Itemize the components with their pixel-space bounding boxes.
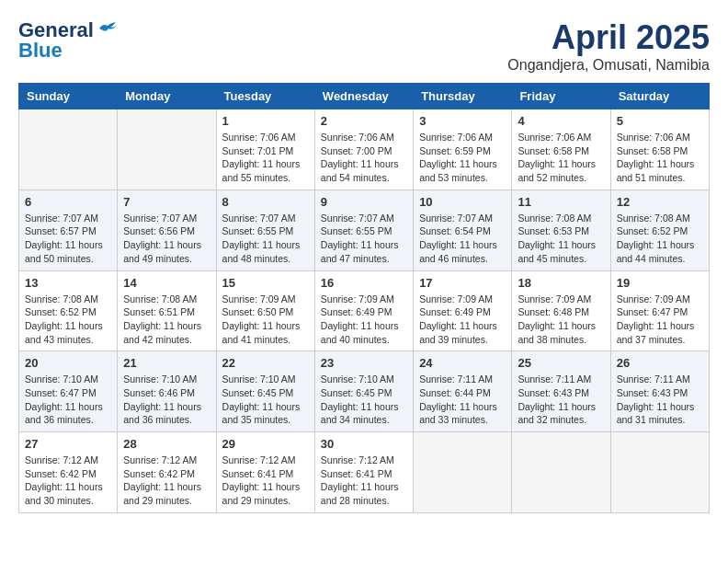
day-info: Sunrise: 7:06 AMSunset: 6:58 PMDaylight:…	[518, 131, 604, 185]
weekday-header-thursday: Thursday	[414, 84, 512, 109]
calendar-cell: 19Sunrise: 7:09 AMSunset: 6:47 PMDayligh…	[610, 270, 709, 351]
day-info: Sunrise: 7:06 AMSunset: 7:01 PMDaylight:…	[222, 131, 309, 185]
day-info: Sunrise: 7:11 AMSunset: 6:44 PMDaylight:…	[419, 373, 506, 427]
day-number: 14	[123, 276, 210, 290]
calendar-cell: 20Sunrise: 7:10 AMSunset: 6:47 PMDayligh…	[19, 351, 118, 432]
day-info: Sunrise: 7:10 AMSunset: 6:45 PMDaylight:…	[222, 373, 309, 427]
day-info: Sunrise: 7:12 AMSunset: 6:42 PMDaylight:…	[25, 454, 111, 508]
day-info: Sunrise: 7:08 AMSunset: 6:52 PMDaylight:…	[617, 212, 703, 266]
day-number: 22	[222, 356, 309, 370]
calendar-cell: 9Sunrise: 7:07 AMSunset: 6:55 PMDaylight…	[314, 190, 413, 270]
day-info: Sunrise: 7:10 AMSunset: 6:47 PMDaylight:…	[25, 373, 111, 427]
weekday-header-wednesday: Wednesday	[314, 84, 413, 109]
calendar-cell: 27Sunrise: 7:12 AMSunset: 6:42 PMDayligh…	[19, 432, 118, 513]
weekday-header-sunday: Sunday	[19, 84, 118, 109]
weekday-header-monday: Monday	[118, 84, 216, 109]
day-number: 2	[321, 114, 407, 128]
calendar-cell: 12Sunrise: 7:08 AMSunset: 6:52 PMDayligh…	[610, 190, 709, 270]
calendar-cell: 11Sunrise: 7:08 AMSunset: 6:53 PMDayligh…	[512, 190, 610, 270]
calendar-cell: 14Sunrise: 7:08 AMSunset: 6:51 PMDayligh…	[118, 270, 216, 351]
calendar-cell: 17Sunrise: 7:09 AMSunset: 6:49 PMDayligh…	[414, 270, 512, 351]
day-number: 13	[25, 276, 111, 290]
calendar-cell: 4Sunrise: 7:06 AMSunset: 6:58 PMDaylight…	[512, 109, 610, 190]
day-number: 17	[419, 276, 506, 290]
title-area: April 2025 Ongandjera, Omusati, Namibia	[507, 18, 710, 74]
calendar-cell: 6Sunrise: 7:07 AMSunset: 6:57 PMDaylight…	[19, 190, 118, 270]
day-number: 10	[419, 195, 506, 209]
calendar-week-row: 13Sunrise: 7:08 AMSunset: 6:52 PMDayligh…	[19, 270, 710, 351]
calendar-cell: 10Sunrise: 7:07 AMSunset: 6:54 PMDayligh…	[414, 190, 512, 270]
day-info: Sunrise: 7:09 AMSunset: 6:49 PMDaylight:…	[419, 293, 506, 347]
weekday-header-tuesday: Tuesday	[216, 84, 314, 109]
day-info: Sunrise: 7:06 AMSunset: 6:58 PMDaylight:…	[617, 131, 703, 185]
logo-bird-icon	[97, 21, 118, 36]
day-info: Sunrise: 7:07 AMSunset: 6:55 PMDaylight:…	[321, 212, 407, 266]
day-number: 24	[419, 356, 506, 370]
calendar-cell: 18Sunrise: 7:09 AMSunset: 6:48 PMDayligh…	[512, 270, 610, 351]
calendar-cell: 24Sunrise: 7:11 AMSunset: 6:44 PMDayligh…	[414, 351, 512, 432]
day-number: 12	[617, 195, 703, 209]
logo: General Blue	[18, 18, 118, 63]
calendar-cell	[414, 432, 512, 513]
day-number: 21	[123, 356, 210, 370]
month-title: April 2025	[507, 18, 710, 57]
calendar-cell: 28Sunrise: 7:12 AMSunset: 6:42 PMDayligh…	[118, 432, 216, 513]
day-info: Sunrise: 7:09 AMSunset: 6:50 PMDaylight:…	[222, 293, 309, 347]
day-number: 5	[617, 114, 703, 128]
calendar-cell: 2Sunrise: 7:06 AMSunset: 7:00 PMDaylight…	[314, 109, 413, 190]
calendar-cell: 23Sunrise: 7:10 AMSunset: 6:45 PMDayligh…	[314, 351, 413, 432]
calendar-cell: 5Sunrise: 7:06 AMSunset: 6:58 PMDaylight…	[610, 109, 709, 190]
day-info: Sunrise: 7:11 AMSunset: 6:43 PMDaylight:…	[617, 373, 703, 427]
header: General Blue April 2025 Ongandjera, Omus…	[18, 18, 710, 74]
calendar-cell: 21Sunrise: 7:10 AMSunset: 6:46 PMDayligh…	[118, 351, 216, 432]
day-number: 8	[222, 195, 309, 209]
calendar-cell: 30Sunrise: 7:12 AMSunset: 6:41 PMDayligh…	[314, 432, 413, 513]
day-number: 25	[518, 356, 604, 370]
day-number: 29	[222, 437, 309, 451]
day-info: Sunrise: 7:08 AMSunset: 6:52 PMDaylight:…	[25, 293, 111, 347]
day-number: 15	[222, 276, 309, 290]
day-info: Sunrise: 7:06 AMSunset: 6:59 PMDaylight:…	[419, 131, 506, 185]
calendar-cell	[118, 109, 216, 190]
calendar-cell: 25Sunrise: 7:11 AMSunset: 6:43 PMDayligh…	[512, 351, 610, 432]
day-info: Sunrise: 7:07 AMSunset: 6:54 PMDaylight:…	[419, 212, 506, 266]
calendar-cell	[512, 432, 610, 513]
calendar-cell: 1Sunrise: 7:06 AMSunset: 7:01 PMDaylight…	[216, 109, 314, 190]
day-info: Sunrise: 7:12 AMSunset: 6:42 PMDaylight:…	[123, 454, 210, 508]
day-info: Sunrise: 7:07 AMSunset: 6:57 PMDaylight:…	[25, 212, 111, 266]
calendar-week-row: 20Sunrise: 7:10 AMSunset: 6:47 PMDayligh…	[19, 351, 710, 432]
day-info: Sunrise: 7:11 AMSunset: 6:43 PMDaylight:…	[518, 373, 604, 427]
calendar-cell	[19, 109, 118, 190]
day-number: 20	[25, 356, 111, 370]
day-info: Sunrise: 7:12 AMSunset: 6:41 PMDaylight:…	[321, 454, 407, 508]
day-number: 27	[25, 437, 111, 451]
day-number: 18	[518, 276, 604, 290]
day-number: 6	[25, 195, 111, 209]
day-number: 19	[617, 276, 703, 290]
calendar-cell	[610, 432, 709, 513]
calendar-cell: 29Sunrise: 7:12 AMSunset: 6:41 PMDayligh…	[216, 432, 314, 513]
day-number: 3	[419, 114, 506, 128]
day-info: Sunrise: 7:08 AMSunset: 6:51 PMDaylight:…	[123, 293, 210, 347]
calendar-cell: 26Sunrise: 7:11 AMSunset: 6:43 PMDayligh…	[610, 351, 709, 432]
calendar-week-row: 1Sunrise: 7:06 AMSunset: 7:01 PMDaylight…	[19, 109, 710, 190]
weekday-header-row: SundayMondayTuesdayWednesdayThursdayFrid…	[19, 84, 710, 109]
day-number: 4	[518, 114, 604, 128]
calendar-week-row: 6Sunrise: 7:07 AMSunset: 6:57 PMDaylight…	[19, 190, 710, 270]
day-number: 16	[321, 276, 407, 290]
day-info: Sunrise: 7:08 AMSunset: 6:53 PMDaylight:…	[518, 212, 604, 266]
day-info: Sunrise: 7:12 AMSunset: 6:41 PMDaylight:…	[222, 454, 309, 508]
calendar-week-row: 27Sunrise: 7:12 AMSunset: 6:42 PMDayligh…	[19, 432, 710, 513]
weekday-header-saturday: Saturday	[610, 84, 709, 109]
day-number: 9	[321, 195, 407, 209]
logo-blue: Blue	[18, 39, 63, 63]
calendar-cell: 7Sunrise: 7:07 AMSunset: 6:56 PMDaylight…	[118, 190, 216, 270]
day-info: Sunrise: 7:06 AMSunset: 7:00 PMDaylight:…	[321, 131, 407, 185]
day-number: 23	[321, 356, 407, 370]
day-info: Sunrise: 7:09 AMSunset: 6:47 PMDaylight:…	[617, 293, 703, 347]
day-info: Sunrise: 7:07 AMSunset: 6:56 PMDaylight:…	[123, 212, 210, 266]
location-title: Ongandjera, Omusati, Namibia	[507, 57, 710, 74]
day-number: 1	[222, 114, 309, 128]
calendar-cell: 15Sunrise: 7:09 AMSunset: 6:50 PMDayligh…	[216, 270, 314, 351]
calendar-cell: 22Sunrise: 7:10 AMSunset: 6:45 PMDayligh…	[216, 351, 314, 432]
